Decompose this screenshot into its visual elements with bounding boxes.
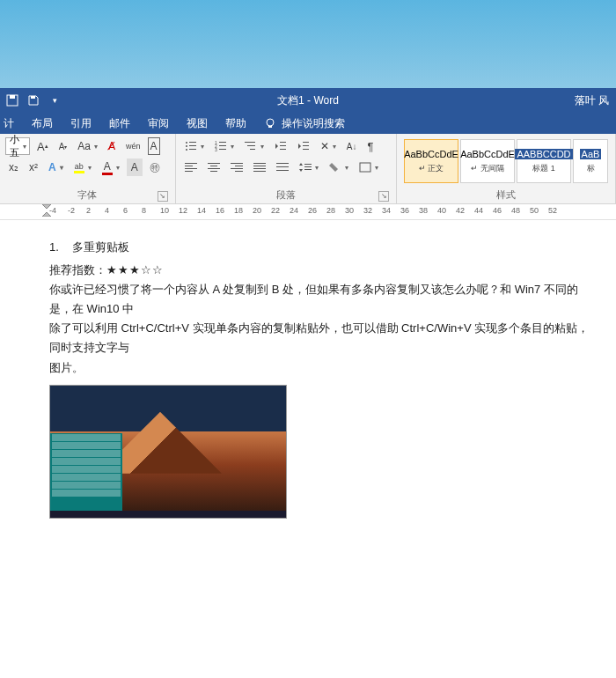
paragraph-dialog-launcher[interactable]: ↘: [378, 191, 389, 202]
align-left-button[interactable]: [181, 158, 201, 176]
svg-rect-39: [253, 166, 266, 166]
ruler-tick: 30: [345, 206, 354, 215]
ruler-tick: -4: [49, 206, 56, 215]
character-shading-button[interactable]: A: [127, 158, 143, 176]
chevron-down-icon: ▾: [23, 143, 26, 151]
style-no-spacing[interactable]: AaBbCcDdE ↵ 无间隔: [460, 139, 515, 183]
bullets-button[interactable]: ▾: [181, 137, 208, 155]
ruler-tick: 24: [290, 206, 298, 215]
user-name[interactable]: 落叶 风: [575, 93, 616, 108]
svg-rect-42: [276, 163, 289, 164]
svg-text:3: 3: [215, 147, 217, 151]
character-border-button[interactable]: A: [148, 137, 160, 155]
svg-rect-41: [253, 171, 266, 172]
tab-mailings[interactable]: 邮件: [109, 116, 130, 131]
multilevel-list-button[interactable]: ▾: [241, 137, 268, 155]
font-group-label: 字体: [77, 189, 97, 200]
line-spacing-button[interactable]: ▾: [296, 158, 322, 176]
show-marks-button[interactable]: ¶: [363, 137, 377, 155]
tab-view[interactable]: 视图: [187, 116, 208, 131]
style-heading2[interactable]: AaB 标: [573, 139, 608, 183]
distributed-button[interactable]: [273, 158, 292, 176]
tab-review[interactable]: 审阅: [148, 116, 169, 131]
justify-button[interactable]: [250, 158, 269, 176]
sort-button[interactable]: A↓: [343, 137, 361, 155]
ruler-tick: 52: [548, 206, 557, 215]
tell-me-label: 操作说明搜索: [282, 116, 345, 131]
ruler-tick: 34: [382, 206, 391, 215]
paragraph-line: 你或许已经习惯了将一个内容从 A 处复制到 B 处，但如果有多条内容复制又该怎么…: [49, 280, 590, 319]
svg-point-3: [267, 119, 274, 126]
ruler-tick: 36: [400, 206, 409, 215]
phonetic-guide-button[interactable]: wén: [122, 137, 144, 155]
svg-rect-35: [235, 166, 243, 166]
embedded-image[interactable]: [49, 385, 287, 519]
font-color-button[interactable]: A▾: [99, 158, 123, 176]
svg-rect-12: [219, 142, 226, 143]
shrink-font-button[interactable]: A▾: [55, 137, 71, 155]
tab-design[interactable]: 计: [4, 116, 14, 131]
enclose-characters-button[interactable]: ㊕: [146, 158, 164, 176]
subscript-button[interactable]: x₂: [5, 158, 22, 176]
svg-rect-10: [189, 149, 196, 150]
tab-references[interactable]: 引用: [70, 116, 92, 131]
svg-rect-30: [208, 163, 220, 164]
document-body[interactable]: 1. 多重剪贴板 推荐指数：★★★☆☆ 你或许已经习惯了将一个内容从 A 处复制…: [0, 220, 616, 536]
styles-group-label: 样式: [496, 189, 516, 200]
increase-indent-button[interactable]: [294, 137, 313, 155]
heading-text: 多重剪贴板: [72, 240, 129, 254]
svg-rect-16: [219, 149, 226, 150]
svg-rect-2: [31, 96, 35, 99]
svg-rect-24: [303, 145, 309, 146]
tab-help[interactable]: 帮助: [225, 116, 246, 131]
svg-rect-33: [210, 171, 217, 172]
grow-font-button[interactable]: A▴: [33, 137, 52, 155]
svg-rect-32: [208, 168, 220, 169]
highlight-button[interactable]: ab▾: [70, 158, 95, 176]
shading-button[interactable]: ▾: [326, 158, 352, 176]
svg-rect-36: [231, 168, 243, 169]
ruler-tick: 48: [511, 206, 520, 215]
text-effects-button[interactable]: A▾: [45, 158, 67, 176]
svg-rect-8: [189, 145, 196, 146]
paragraph-group: ▾ 123▾ ▾ ✕▾ A↓ ¶ ▾ ▾ ▾ 段落↘: [176, 134, 397, 203]
style-heading1[interactable]: AABBCCDD 标题 1: [517, 139, 571, 183]
ruler-tick: 22: [271, 206, 280, 215]
styles-gallery[interactable]: AaBbCcDdE ↵ 正文 AaBbCcDdE ↵ 无间隔 AABBCCDD …: [402, 137, 610, 185]
paragraph-line: 图片。: [49, 358, 590, 378]
numbering-button[interactable]: 123▾: [211, 137, 238, 155]
paragraph-group-label: 段落: [276, 189, 296, 200]
text-direction-button[interactable]: ✕▾: [317, 137, 340, 155]
ruler-tick: 46: [493, 206, 502, 215]
ruler-tick: 28: [326, 206, 335, 215]
style-normal[interactable]: AaBbCcDdE ↵ 正文: [404, 139, 458, 183]
align-right-button[interactable]: [227, 158, 246, 176]
svg-rect-27: [185, 166, 193, 166]
tab-layout[interactable]: 布局: [32, 116, 53, 131]
align-center-button[interactable]: [204, 158, 224, 176]
svg-rect-46: [304, 166, 312, 167]
qat-more-icon[interactable]: ▾: [48, 93, 62, 107]
svg-rect-40: [253, 168, 266, 169]
paragraph-line: 除了可以利用 Ctrl+C/Ctrl+V 实现单条内容的复制粘贴外，也可以借助 …: [49, 319, 590, 357]
font-dialog-launcher[interactable]: ↘: [158, 191, 168, 202]
ruler-tick: 20: [253, 206, 261, 215]
superscript-button[interactable]: x²: [26, 158, 41, 176]
svg-rect-48: [360, 163, 370, 172]
ruler-tick: 8: [142, 206, 146, 215]
font-group: 小五▾ A▴ A▾ Aa▾ A̸ wén A x₂ x² A▾ ab▾ A▾ A…: [0, 134, 176, 203]
change-case-button[interactable]: Aa▾: [74, 137, 101, 155]
decrease-indent-button[interactable]: [271, 137, 290, 155]
clear-formatting-button[interactable]: A̸: [105, 137, 119, 155]
borders-button[interactable]: ▾: [356, 158, 382, 176]
autosave-icon[interactable]: [5, 93, 19, 107]
font-size-dropdown[interactable]: 小五▾: [5, 137, 30, 155]
ruler-tick: 10: [160, 206, 169, 215]
save-icon[interactable]: [26, 93, 40, 107]
svg-point-9: [186, 149, 187, 151]
svg-rect-4: [268, 126, 272, 128]
tell-me-search[interactable]: 操作说明搜索: [264, 116, 345, 131]
rating-line: 推荐指数：★★★☆☆: [49, 261, 590, 280]
ruler-tick: 14: [197, 206, 206, 215]
horizontal-ruler[interactable]: -4-2246810121416182022242628303234363840…: [0, 204, 616, 220]
